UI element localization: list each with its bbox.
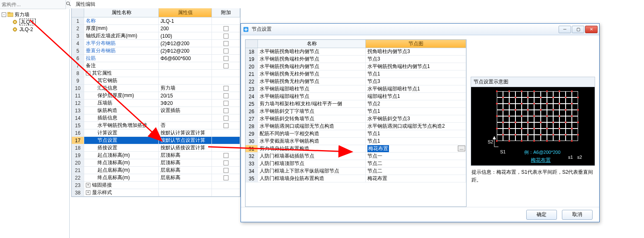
extra-checkbox[interactable] xyxy=(224,93,228,98)
prop-value-cell[interactable] xyxy=(159,77,212,84)
node-row[interactable]: 29配筋不同的墙一字相交构造节点1 xyxy=(245,130,466,138)
prop-value-cell[interactable]: 层顶标高 xyxy=(159,152,212,159)
property-row[interactable]: 12压墙筋3Φ20 xyxy=(72,100,240,107)
property-row[interactable]: 16计算设置按默认计算设置计算 xyxy=(72,129,240,137)
node-img-cell[interactable]: 梅花布置… xyxy=(366,145,466,152)
prop-value-cell[interactable]: 200 xyxy=(159,25,212,32)
node-img-cell[interactable]: 水平钢筋端部暗柱节点1 xyxy=(366,85,466,92)
prop-value-cell[interactable]: (2)Φ12@200 xyxy=(159,47,212,54)
prop-value-cell[interactable]: 20/15 xyxy=(159,92,212,99)
node-img-cell[interactable]: 梅花布置 xyxy=(366,175,466,182)
extra-checkbox[interactable] xyxy=(224,63,228,68)
tree-item-jlq2[interactable]: JLQ-2 xyxy=(0,26,69,33)
node-row[interactable]: 25剪力墙与框架柱/框支柱/端柱平齐一侧节点2 xyxy=(245,100,466,108)
node-img-cell[interactable]: 端部端柱节点1 xyxy=(366,93,466,100)
tree-item-jlq1[interactable]: JLQ-1 xyxy=(0,18,69,26)
property-row[interactable]: 5垂直分布钢筋(2)Φ12@200 xyxy=(72,47,240,55)
extra-checkbox[interactable] xyxy=(224,86,228,91)
property-row[interactable]: 15水平钢筋拐角增加搭接否 xyxy=(72,122,240,129)
prop-name[interactable]: 垂直分布钢筋 xyxy=(86,47,116,54)
prop-value-cell[interactable]: 按默认节点设置计算 xyxy=(159,137,212,144)
node-img-cell[interactable]: 水平钢筋拐角端柱内侧节点1 xyxy=(366,63,466,70)
expand-icon[interactable]: + xyxy=(86,190,90,195)
node-row[interactable]: 31剪力墙身拉筋布置构造梅花布置… xyxy=(245,145,466,153)
node-row[interactable]: 19水平钢筋拐角端柱外侧节点节点3 xyxy=(245,56,466,63)
property-row[interactable]: 2厚度(mm)200 xyxy=(72,25,240,32)
extra-checkbox[interactable] xyxy=(224,101,228,106)
prop-value-cell[interactable] xyxy=(159,62,212,69)
node-row[interactable]: 21水平钢筋拐角无柱外侧节点节点1 xyxy=(245,70,466,78)
node-row[interactable]: 26水平钢筋斜交丁字墙节点节点1 xyxy=(245,108,466,115)
prop-value-cell[interactable] xyxy=(159,114,212,121)
prop-value-cell[interactable]: 否 xyxy=(159,122,212,129)
node-row[interactable]: 35人防门框墙墙身拉筋布置构造梅花布置 xyxy=(245,175,466,182)
prop-value-cell[interactable]: JLQ-1 xyxy=(159,17,212,24)
property-row[interactable]: 21起点底标高(m)层底标高 xyxy=(72,167,240,174)
property-row[interactable]: 18搭接设置按默认搭接设置计算 xyxy=(72,144,240,152)
prop-name[interactable]: 水平分布钢筋 xyxy=(86,40,116,47)
node-row[interactable]: 34人防门框墙上下部水平纵筋端部节点节点二 xyxy=(245,168,466,175)
node-img-cell[interactable]: 节点3 xyxy=(366,78,466,85)
cancel-button[interactable]: 取消 xyxy=(562,210,593,220)
extra-checkbox[interactable] xyxy=(224,41,228,46)
property-row[interactable]: 17节点设置按默认节点设置计算 xyxy=(72,137,240,144)
extra-checkbox[interactable] xyxy=(224,34,228,39)
node-row[interactable]: 28水平钢筋遇洞口或端部无节点构造水平钢筋遇洞口或端部无节点构造2 xyxy=(245,123,466,130)
prop-value-cell[interactable]: 层底标高 xyxy=(159,174,212,181)
maximize-button[interactable]: ▢ xyxy=(572,26,584,33)
prop-name[interactable]: 拉筋 xyxy=(86,55,96,62)
node-img-cell[interactable]: 水平钢筋遇洞口或端部无节点构造2 xyxy=(366,123,466,130)
close-button[interactable]: ✕ xyxy=(585,26,598,33)
extra-checkbox[interactable] xyxy=(224,160,228,165)
property-row[interactable]: 22终点底标高(m)层底标高 xyxy=(72,174,240,182)
node-img-cell[interactable]: 节点二 xyxy=(366,160,466,167)
ok-button[interactable]: 确定 xyxy=(526,210,557,220)
node-img-cell[interactable]: 节点2 xyxy=(366,100,466,107)
preview-link[interactable]: 梅花布置 xyxy=(531,157,551,164)
minimize-button[interactable]: ─ xyxy=(559,26,571,33)
extra-checkbox[interactable] xyxy=(224,153,228,158)
prop-value-cell[interactable]: 设置插筋 xyxy=(159,107,212,114)
property-row[interactable]: 6拉筋Φ6@600*600 xyxy=(72,55,240,62)
property-row[interactable]: 4水平分布钢筋(2)Φ12@200 xyxy=(72,40,240,47)
extra-checkbox[interactable] xyxy=(224,116,228,121)
property-row[interactable]: 13纵筋构造设置插筋 xyxy=(72,107,240,114)
prop-value-cell[interactable]: 按默认计算设置计算 xyxy=(159,129,212,136)
prop-value-cell[interactable] xyxy=(159,182,212,189)
browse-button[interactable]: … xyxy=(458,146,465,151)
prop-value-cell[interactable]: 3Φ20 xyxy=(159,100,212,107)
prop-value-cell[interactable] xyxy=(159,189,212,196)
extra-checkbox[interactable] xyxy=(224,123,228,128)
prop-value-cell[interactable]: Φ6@600*600 xyxy=(159,55,212,62)
expand-icon[interactable]: - xyxy=(86,71,90,75)
node-img-cell[interactable]: 节点1 xyxy=(366,70,466,78)
node-img-cell[interactable]: 拐角暗柱内侧节点3 xyxy=(366,48,466,55)
prop-name[interactable]: 名称 xyxy=(86,17,96,24)
property-row[interactable]: 8-其它属性 xyxy=(72,70,240,77)
prop-value-cell[interactable] xyxy=(159,70,212,77)
node-row[interactable]: 30水平变截面墙水平钢筋构造节点1 xyxy=(245,138,466,145)
search-input[interactable] xyxy=(0,2,66,7)
prop-value-cell[interactable]: 剪力墙 xyxy=(159,85,212,92)
property-row[interactable]: 11保护层厚度(mm)20/15 xyxy=(72,92,240,100)
extra-checkbox[interactable] xyxy=(224,168,228,173)
prop-value-cell[interactable]: (100) xyxy=(159,32,212,39)
collapse-icon[interactable]: - xyxy=(2,12,6,17)
dialog-titlebar[interactable]: ✚ 节点设置 ─ ▢ ✕ xyxy=(241,24,599,35)
extra-checkbox[interactable] xyxy=(224,108,228,113)
search-button[interactable] xyxy=(66,0,71,9)
property-row[interactable]: 20终点顶标高(m)层顶标高 xyxy=(72,159,240,167)
node-img-cell[interactable]: 节点1 xyxy=(366,130,466,137)
property-row[interactable]: 7备注 xyxy=(72,62,240,70)
extra-checkbox[interactable] xyxy=(224,56,228,61)
prop-value-cell[interactable]: 层底标高 xyxy=(159,167,212,174)
node-img-cell[interactable]: 节点一 xyxy=(366,153,466,160)
property-tab[interactable]: 属性编辑 xyxy=(71,0,241,8)
property-row[interactable]: 14插筋信息 xyxy=(72,114,240,122)
node-row[interactable]: 33人防门框墙顶部节点节点二 xyxy=(245,160,466,168)
node-row[interactable]: 32人防门框墙基础插筋节点节点一 xyxy=(245,153,466,160)
node-img-cell[interactable]: 节点3 xyxy=(366,56,466,63)
node-row[interactable]: 24水平钢筋端部端柱节点端部端柱节点1 xyxy=(245,93,466,100)
node-row[interactable]: 22水平钢筋拐角无柱内侧节点节点3 xyxy=(245,78,466,85)
extra-checkbox[interactable] xyxy=(224,49,228,53)
